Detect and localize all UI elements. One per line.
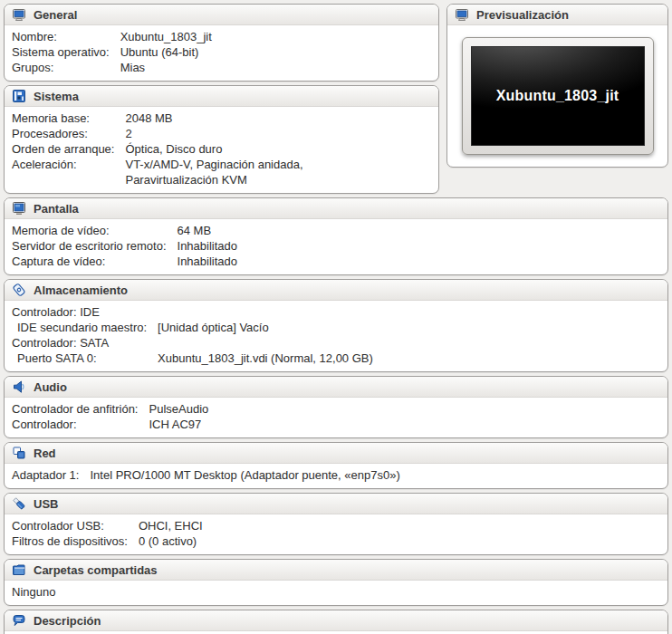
detail-row: Memoria de vídeo: 64 MB [12,223,237,238]
section-pantalla-body: Memoria de vídeo: 64 MB Servidor de escr… [5,219,667,274]
section-red-header[interactable]: Red [5,443,667,464]
section-sistema-title: Sistema [34,90,79,103]
row-label: Sistema operativo: [12,44,120,60]
display-icon [12,201,26,216]
section-general: General Nombre: Xubuntu_1803_jit Sistema… [4,4,439,82]
left-column: General Nombre: Xubuntu_1803_jit Sistema… [4,4,439,194]
disk-icon [12,283,26,297]
row-value: Ubuntu (64-bit) [120,44,212,60]
section-audio: Audio Controlador de anfitrión: PulseAud… [4,376,668,438]
right-column: Previsualización Xubuntu_1803_jit [446,4,668,168]
row-value: Inhabilitado [178,254,238,269]
row-label: Filtros de dispositivos: [12,533,139,549]
row-value: 2 [125,126,342,141]
section-usb-header[interactable]: USB [5,494,667,514]
vm-name-text: Xubuntu_1803_jit [496,88,619,104]
section-usb-body: Controlador USB: OHCI, EHCI Filtros de d… [5,514,667,554]
section-red-title: Red [34,447,56,460]
section-sistema: Sistema Memoria base: 2048 MB Procesador… [4,85,439,194]
section-sistema-header[interactable]: Sistema [5,86,438,107]
section-audio-header[interactable]: Audio [5,377,667,398]
row-label: Nombre: [12,29,120,44]
row-value: Óptica, Disco duro [125,141,342,157]
section-preview: Previsualización Xubuntu_1803_jit [446,4,668,168]
detail-row: Adaptador 1: Intel PRO/1000 MT Desktop (… [12,467,400,483]
section-pantalla-title: Pantalla [34,202,79,216]
row-value: OHCI, EHCI [139,518,203,533]
detail-row: Controlador: IDE [12,304,373,320]
empty-value: Ninguno [12,584,55,600]
row-value: Intel PRO/1000 MT Desktop (Adaptador pue… [90,467,399,483]
row-label: IDE secundario maestro: [12,320,158,335]
row-label: Controlador: IDE [12,304,158,320]
section-audio-title: Audio [34,380,67,394]
row-label: Memoria de vídeo: [12,223,178,238]
row-label: Controlador USB: [12,518,139,533]
section-almacenamiento-header[interactable]: Almacenamiento [5,280,667,301]
row-value: 64 MB [178,223,238,238]
preview-screen: Xubuntu_1803_jit [471,46,645,146]
row-label: Orden de arranque: [12,141,125,157]
preview-monitor: Xubuntu_1803_jit [462,37,654,155]
row-label: Controlador de anfitrión: [12,401,149,417]
section-preview-header[interactable]: Previsualización [447,5,667,25]
detail-row: Controlador: SATA [12,335,373,351]
top-row: General Nombre: Xubuntu_1803_jit Sistema… [4,4,668,194]
row-value: Inhabilitado [178,238,238,254]
section-descripcion: Descripción Ninguno [4,610,668,634]
row-label: Aceleración: [12,157,125,187]
monitor-icon [12,7,26,22]
detail-row: Controlador de anfitrión: PulseAudio [12,401,208,417]
row-value: Xubuntu_1803_jit.vdi (Normal, 12,00 GB) [158,351,373,366]
detail-row: Servidor de escritorio remoto: Inhabilit… [12,238,237,254]
section-general-title: General [34,8,77,22]
detail-row: Grupos: Mias [12,60,212,75]
detail-row: Nombre: Xubuntu_1803_jit [12,29,212,44]
network-icon [12,446,26,460]
row-label: Controlador: SATA [12,335,158,351]
row-label: Memoria base: [12,110,125,126]
speaker-icon [12,379,26,394]
row-value: ICH AC97 [149,417,208,432]
row-value: [Unidad óptica] Vacío [158,320,373,335]
row-value: VT-x/AMD-V, Paginación anidada, Paravirt… [125,157,342,187]
section-descripcion-header[interactable]: Descripción [5,610,667,631]
row-label: Procesadores: [12,126,125,141]
section-usb-title: USB [34,497,58,511]
section-carpetas-compartidas-title: Carpetas compartidas [34,563,158,577]
preview-body: Xubuntu_1803_jit [447,25,667,167]
monitor-icon [455,7,469,22]
row-value [158,304,373,320]
row-label: Adaptador 1: [12,467,90,483]
section-almacenamiento-title: Almacenamiento [34,283,128,297]
section-almacenamiento: Almacenamiento Controlador: IDE IDE secu… [4,279,668,372]
section-carpetas-compartidas-header[interactable]: Carpetas compartidas [5,560,667,581]
section-descripcion-title: Descripción [34,614,101,628]
detail-row: Orden de arranque: Óptica, Disco duro [12,141,342,157]
row-value: Xubuntu_1803_jit [120,29,212,44]
row-value [158,335,373,351]
usb-icon [12,496,26,511]
row-value: Mias [120,60,212,75]
detail-row: Puerto SATA 0: Xubuntu_1803_jit.vdi (Nor… [12,351,373,366]
section-red-body: Adaptador 1: Intel PRO/1000 MT Desktop (… [5,464,667,488]
section-pantalla-header[interactable]: Pantalla [5,198,667,219]
detail-row: Procesadores: 2 [12,126,342,141]
row-value: 0 (0 activo) [139,533,203,549]
section-pantalla: Pantalla Memoria de vídeo: 64 MB Servido… [4,197,668,275]
row-label: Captura de vídeo: [12,254,178,269]
chip-icon [12,89,26,103]
detail-row: Sistema operativo: Ubuntu (64-bit) [12,44,212,60]
row-value: 2048 MB [125,110,342,126]
detail-row: Controlador USB: OHCI, EHCI [12,518,203,533]
row-label: Puerto SATA 0: [12,351,158,366]
row-label: Servidor de escritorio remoto: [12,238,178,254]
section-general-header[interactable]: General [5,5,438,25]
section-carpetas-compartidas-body: Ninguno [5,581,667,605]
vm-details-pane: General Nombre: Xubuntu_1803_jit Sistema… [0,0,672,634]
detail-row: Filtros de dispositivos: 0 (0 activo) [12,533,203,549]
section-audio-body: Controlador de anfitrión: PulseAudio Con… [5,398,667,437]
section-sistema-body: Memoria base: 2048 MB Procesadores: 2 Or… [5,107,438,193]
section-almacenamiento-body: Controlador: IDE IDE secundario maestro:… [5,301,667,371]
detail-row: Aceleración: VT-x/AMD-V, Paginación anid… [12,157,342,187]
